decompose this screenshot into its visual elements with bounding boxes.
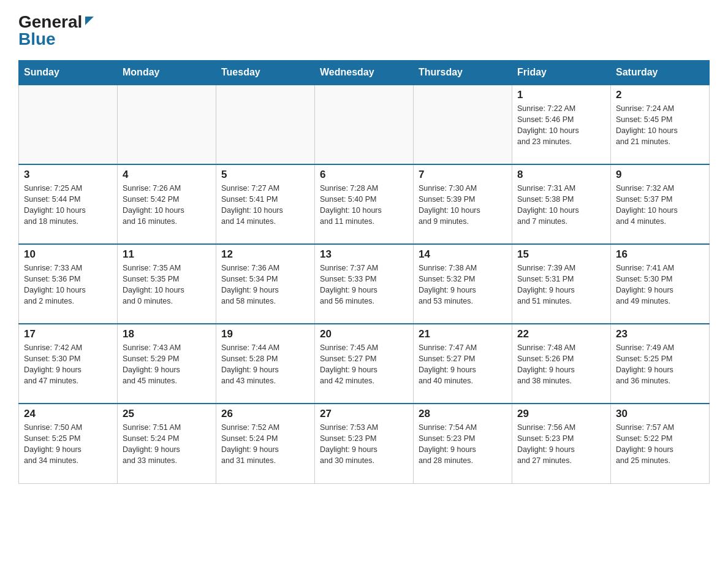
- day-info: Sunrise: 7:52 AM Sunset: 5:24 PM Dayligh…: [221, 422, 309, 467]
- day-number: 17: [24, 328, 112, 340]
- page-header: General Blue: [18, 12, 710, 49]
- day-info: Sunrise: 7:37 AM Sunset: 5:33 PM Dayligh…: [320, 262, 408, 307]
- calendar-cell: 14Sunrise: 7:38 AM Sunset: 5:32 PM Dayli…: [414, 244, 512, 324]
- calendar-cell: 17Sunrise: 7:42 AM Sunset: 5:30 PM Dayli…: [19, 324, 118, 404]
- calendar-cell: 28Sunrise: 7:54 AM Sunset: 5:23 PM Dayli…: [414, 404, 512, 483]
- day-info: Sunrise: 7:48 AM Sunset: 5:26 PM Dayligh…: [517, 342, 605, 387]
- day-number: 19: [221, 328, 309, 340]
- calendar-cell: 19Sunrise: 7:44 AM Sunset: 5:28 PM Dayli…: [216, 324, 315, 404]
- calendar-cell: 15Sunrise: 7:39 AM Sunset: 5:31 PM Dayli…: [512, 244, 611, 324]
- day-number: 7: [419, 169, 507, 181]
- day-number: 15: [517, 248, 605, 261]
- calendar-week-1: 1Sunrise: 7:22 AM Sunset: 5:46 PM Daylig…: [19, 85, 710, 164]
- calendar-header-sunday: Sunday: [19, 61, 118, 85]
- calendar-week-2: 3Sunrise: 7:25 AM Sunset: 5:44 PM Daylig…: [19, 164, 710, 244]
- day-info: Sunrise: 7:39 AM Sunset: 5:31 PM Dayligh…: [517, 262, 605, 307]
- day-info: Sunrise: 7:28 AM Sunset: 5:40 PM Dayligh…: [320, 183, 408, 228]
- day-number: 30: [616, 408, 704, 420]
- logo-arrow-icon: [83, 14, 96, 28]
- day-info: Sunrise: 7:57 AM Sunset: 5:22 PM Dayligh…: [616, 422, 704, 467]
- calendar-cell: 24Sunrise: 7:50 AM Sunset: 5:25 PM Dayli…: [19, 404, 118, 483]
- calendar-cell: 29Sunrise: 7:56 AM Sunset: 5:23 PM Dayli…: [512, 404, 611, 483]
- day-number: 25: [123, 408, 211, 420]
- day-number: 8: [517, 169, 605, 181]
- day-info: Sunrise: 7:27 AM Sunset: 5:41 PM Dayligh…: [221, 183, 309, 228]
- calendar-header-monday: Monday: [118, 61, 216, 85]
- day-info: Sunrise: 7:44 AM Sunset: 5:28 PM Dayligh…: [221, 342, 309, 387]
- day-number: 1: [517, 89, 605, 101]
- day-info: Sunrise: 7:38 AM Sunset: 5:32 PM Dayligh…: [419, 262, 507, 307]
- day-info: Sunrise: 7:30 AM Sunset: 5:39 PM Dayligh…: [419, 183, 507, 228]
- calendar-week-5: 24Sunrise: 7:50 AM Sunset: 5:25 PM Dayli…: [19, 404, 710, 483]
- day-info: Sunrise: 7:43 AM Sunset: 5:29 PM Dayligh…: [123, 342, 211, 387]
- calendar-cell: 16Sunrise: 7:41 AM Sunset: 5:30 PM Dayli…: [611, 244, 710, 324]
- day-number: 18: [123, 328, 211, 340]
- day-number: 10: [24, 248, 112, 261]
- calendar-cell: 20Sunrise: 7:45 AM Sunset: 5:27 PM Dayli…: [315, 324, 414, 404]
- day-number: 24: [24, 408, 112, 420]
- day-info: Sunrise: 7:42 AM Sunset: 5:30 PM Dayligh…: [24, 342, 112, 387]
- day-info: Sunrise: 7:35 AM Sunset: 5:35 PM Dayligh…: [123, 262, 211, 307]
- day-info: Sunrise: 7:51 AM Sunset: 5:24 PM Dayligh…: [123, 422, 211, 467]
- day-info: Sunrise: 7:45 AM Sunset: 5:27 PM Dayligh…: [320, 342, 408, 387]
- day-number: 14: [419, 248, 507, 261]
- day-number: 20: [320, 328, 408, 340]
- calendar-cell: 21Sunrise: 7:47 AM Sunset: 5:27 PM Dayli…: [414, 324, 512, 404]
- calendar-cell: 3Sunrise: 7:25 AM Sunset: 5:44 PM Daylig…: [19, 164, 118, 244]
- calendar-header-thursday: Thursday: [414, 61, 512, 85]
- day-number: 9: [616, 169, 704, 181]
- day-number: 6: [320, 169, 408, 181]
- day-info: Sunrise: 7:26 AM Sunset: 5:42 PM Dayligh…: [123, 183, 211, 228]
- day-info: Sunrise: 7:33 AM Sunset: 5:36 PM Dayligh…: [24, 262, 112, 307]
- calendar-cell: 22Sunrise: 7:48 AM Sunset: 5:26 PM Dayli…: [512, 324, 611, 404]
- calendar-cell: 10Sunrise: 7:33 AM Sunset: 5:36 PM Dayli…: [19, 244, 118, 324]
- calendar-week-4: 17Sunrise: 7:42 AM Sunset: 5:30 PM Dayli…: [19, 324, 710, 404]
- day-number: 13: [320, 248, 408, 261]
- day-info: Sunrise: 7:41 AM Sunset: 5:30 PM Dayligh…: [616, 262, 704, 307]
- day-number: 2: [616, 89, 704, 101]
- calendar-cell: 25Sunrise: 7:51 AM Sunset: 5:24 PM Dayli…: [118, 404, 216, 483]
- day-number: 11: [123, 248, 211, 261]
- day-info: Sunrise: 7:32 AM Sunset: 5:37 PM Dayligh…: [616, 183, 704, 228]
- day-info: Sunrise: 7:36 AM Sunset: 5:34 PM Dayligh…: [221, 262, 309, 307]
- day-number: 22: [517, 328, 605, 340]
- calendar-cell: 4Sunrise: 7:26 AM Sunset: 5:42 PM Daylig…: [118, 164, 216, 244]
- calendar-header-friday: Friday: [512, 61, 611, 85]
- calendar-cell: 11Sunrise: 7:35 AM Sunset: 5:35 PM Dayli…: [118, 244, 216, 324]
- calendar-header-tuesday: Tuesday: [216, 61, 315, 85]
- calendar-table: SundayMondayTuesdayWednesdayThursdayFrid…: [18, 60, 710, 484]
- day-info: Sunrise: 7:31 AM Sunset: 5:38 PM Dayligh…: [517, 183, 605, 228]
- calendar-header-wednesday: Wednesday: [315, 61, 414, 85]
- day-number: 23: [616, 328, 704, 340]
- calendar-cell: [19, 85, 118, 164]
- day-info: Sunrise: 7:56 AM Sunset: 5:23 PM Dayligh…: [517, 422, 605, 467]
- day-info: Sunrise: 7:50 AM Sunset: 5:25 PM Dayligh…: [24, 422, 112, 467]
- day-number: 29: [517, 408, 605, 420]
- day-info: Sunrise: 7:25 AM Sunset: 5:44 PM Dayligh…: [24, 183, 112, 228]
- day-number: 21: [419, 328, 507, 340]
- day-info: Sunrise: 7:54 AM Sunset: 5:23 PM Dayligh…: [419, 422, 507, 467]
- calendar-week-3: 10Sunrise: 7:33 AM Sunset: 5:36 PM Dayli…: [19, 244, 710, 324]
- logo-blue: Blue: [18, 29, 56, 49]
- day-info: Sunrise: 7:49 AM Sunset: 5:25 PM Dayligh…: [616, 342, 704, 387]
- calendar-cell: 18Sunrise: 7:43 AM Sunset: 5:29 PM Dayli…: [118, 324, 216, 404]
- logo: General Blue: [18, 12, 96, 49]
- calendar-header-saturday: Saturday: [611, 61, 710, 85]
- day-number: 27: [320, 408, 408, 420]
- calendar-cell: [414, 85, 512, 164]
- day-number: 16: [616, 248, 704, 261]
- calendar-cell: 27Sunrise: 7:53 AM Sunset: 5:23 PM Dayli…: [315, 404, 414, 483]
- calendar-cell: [315, 85, 414, 164]
- calendar-cell: 26Sunrise: 7:52 AM Sunset: 5:24 PM Dayli…: [216, 404, 315, 483]
- calendar-cell: 5Sunrise: 7:27 AM Sunset: 5:41 PM Daylig…: [216, 164, 315, 244]
- svg-marker-0: [85, 17, 94, 25]
- calendar-cell: [118, 85, 216, 164]
- calendar-cell: 13Sunrise: 7:37 AM Sunset: 5:33 PM Dayli…: [315, 244, 414, 324]
- calendar-cell: 9Sunrise: 7:32 AM Sunset: 5:37 PM Daylig…: [611, 164, 710, 244]
- day-number: 28: [419, 408, 507, 420]
- day-number: 5: [221, 169, 309, 181]
- day-info: Sunrise: 7:22 AM Sunset: 5:46 PM Dayligh…: [517, 103, 605, 148]
- calendar-cell: 8Sunrise: 7:31 AM Sunset: 5:38 PM Daylig…: [512, 164, 611, 244]
- day-number: 3: [24, 169, 112, 181]
- day-info: Sunrise: 7:24 AM Sunset: 5:45 PM Dayligh…: [616, 103, 704, 148]
